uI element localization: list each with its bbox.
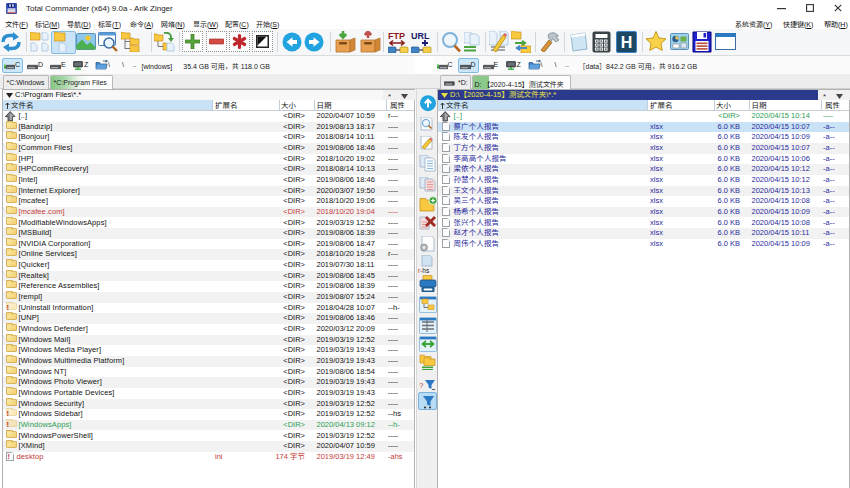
svg-text:?: ? bbox=[419, 381, 424, 390]
svg-text:H: H bbox=[621, 34, 633, 51]
svg-text:URL: URL bbox=[411, 31, 430, 41]
svg-text:FTP: FTP bbox=[388, 31, 405, 41]
